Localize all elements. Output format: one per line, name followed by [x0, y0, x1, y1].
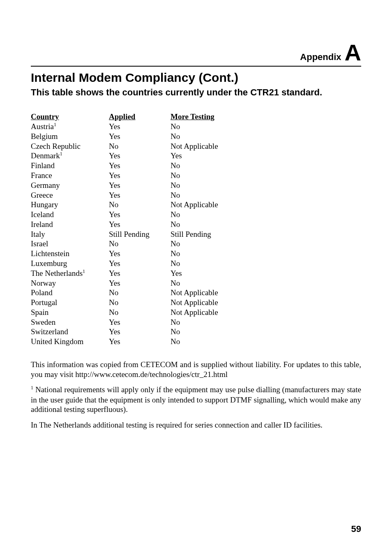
applied-cell: Yes	[109, 220, 171, 229]
footnote-paragraph: 1 National requirements will apply only …	[31, 385, 361, 414]
table-row: IcelandYesNo	[31, 210, 233, 220]
country-footnote-sup: 1	[60, 151, 62, 157]
more-testing-cell: Not Applicable	[171, 200, 233, 210]
country-cell: Spain	[31, 308, 109, 317]
applied-cell: Yes	[109, 122, 171, 132]
page-number: 59	[351, 524, 361, 534]
country-cell: Belgium	[31, 132, 109, 141]
country-cell: Iceland	[31, 210, 109, 220]
more-testing-cell: No	[171, 317, 233, 327]
applied-cell: Yes	[109, 210, 171, 220]
country-cell: Lichtenstein	[31, 249, 109, 259]
table-row: PolandNoNot Applicable	[31, 288, 233, 298]
table-row: PortugalNoNot Applicable	[31, 298, 233, 308]
more-testing-cell: Not Applicable	[171, 298, 233, 308]
country-cell: Israel	[31, 239, 109, 249]
applied-cell: Yes	[109, 249, 171, 259]
table-row: IsraelNoNo	[31, 239, 233, 249]
more-testing-cell: No	[171, 161, 233, 171]
th-more-testing: More Testing	[171, 112, 233, 122]
applied-cell: No	[109, 200, 171, 210]
applied-cell: No	[109, 288, 171, 298]
table-row: GreeceYesNo	[31, 190, 233, 200]
country-cell: Portugal	[31, 298, 109, 308]
table-row: GermanyYesNo	[31, 180, 233, 190]
table-row: Denmark1YesYes	[31, 151, 233, 161]
country-cell: Greece	[31, 190, 109, 200]
applied-cell: Yes	[109, 132, 171, 141]
table-row: IrelandYesNo	[31, 220, 233, 229]
country-cell: Austria1	[31, 122, 109, 132]
applied-cell: Yes	[109, 151, 171, 161]
more-testing-cell: No	[171, 190, 233, 200]
country-cell: Switzerland	[31, 327, 109, 337]
more-testing-cell: Not Applicable	[171, 308, 233, 317]
country-cell: The Netherlands1	[31, 268, 109, 278]
more-testing-cell: No	[171, 239, 233, 249]
appendix-label: Appendix	[300, 53, 341, 64]
page-title: Internal Modem Compliancy (Cont.)	[31, 71, 361, 85]
country-cell: Sweden	[31, 317, 109, 327]
th-country: Country	[31, 112, 109, 122]
country-cell: Ireland	[31, 220, 109, 229]
table-row: FranceYesNo	[31, 171, 233, 180]
applied-cell: Yes	[109, 161, 171, 171]
header-rule: Appendix A	[31, 41, 361, 67]
applied-cell: Still Pending	[109, 229, 171, 239]
applied-cell: Yes	[109, 337, 171, 347]
applied-cell: No	[109, 308, 171, 317]
table-row: Austria1YesNo	[31, 122, 233, 132]
table-row: SwitzerlandYesNo	[31, 327, 233, 337]
applied-cell: Yes	[109, 180, 171, 190]
more-testing-cell: No	[171, 220, 233, 229]
applied-cell: Yes	[109, 268, 171, 278]
applied-cell: Yes	[109, 171, 171, 180]
info-source-paragraph: This information was copied from CETECOM…	[31, 360, 361, 379]
country-cell: Hungary	[31, 200, 109, 210]
compliancy-table: Country Applied More Testing Austria1Yes…	[31, 112, 233, 347]
table-row: ItalyStill PendingStill Pending	[31, 229, 233, 239]
more-testing-cell: No	[171, 210, 233, 220]
footnote-text: National requirements will apply only if…	[31, 386, 361, 414]
more-testing-cell: Still Pending	[171, 229, 233, 239]
more-testing-cell: No	[171, 337, 233, 347]
country-footnote-sup: 1	[83, 268, 85, 274]
more-testing-cell: No	[171, 122, 233, 132]
table-row: LichtensteinYesNo	[31, 249, 233, 259]
table-row: SwedenYesNo	[31, 317, 233, 327]
country-footnote-sup: 1	[54, 122, 56, 127]
page-subtitle: This table shows the countries currently…	[31, 87, 361, 98]
more-testing-cell: No	[171, 259, 233, 268]
applied-cell: Yes	[109, 327, 171, 337]
country-cell: Finland	[31, 161, 109, 171]
more-testing-cell: Yes	[171, 151, 233, 161]
appendix-letter: A	[345, 41, 361, 64]
more-testing-cell: No	[171, 278, 233, 288]
country-cell: Poland	[31, 288, 109, 298]
more-testing-cell: Not Applicable	[171, 141, 233, 151]
more-testing-cell: No	[171, 180, 233, 190]
table-row: HungaryNoNot Applicable	[31, 200, 233, 210]
country-cell: Denmark1	[31, 151, 109, 161]
table-row: FinlandYesNo	[31, 161, 233, 171]
more-testing-cell: No	[171, 249, 233, 259]
applied-cell: No	[109, 298, 171, 308]
country-cell: Norway	[31, 278, 109, 288]
more-testing-cell: Yes	[171, 268, 233, 278]
applied-cell: No	[109, 239, 171, 249]
more-testing-cell: No	[171, 171, 233, 180]
applied-cell: Yes	[109, 317, 171, 327]
applied-cell: No	[109, 141, 171, 151]
table-header-row: Country Applied More Testing	[31, 112, 233, 122]
more-testing-cell: No	[171, 327, 233, 337]
appendix-block: Appendix A	[300, 41, 361, 64]
country-cell: France	[31, 171, 109, 180]
country-cell: Luxemburg	[31, 259, 109, 268]
table-row: SpainNoNot Applicable	[31, 308, 233, 317]
table-row: NorwayYesNo	[31, 278, 233, 288]
more-testing-cell: No	[171, 132, 233, 141]
country-cell: Czech Republic	[31, 141, 109, 151]
more-testing-cell: Not Applicable	[171, 288, 233, 298]
country-cell: United Kingdom	[31, 337, 109, 347]
applied-cell: Yes	[109, 278, 171, 288]
